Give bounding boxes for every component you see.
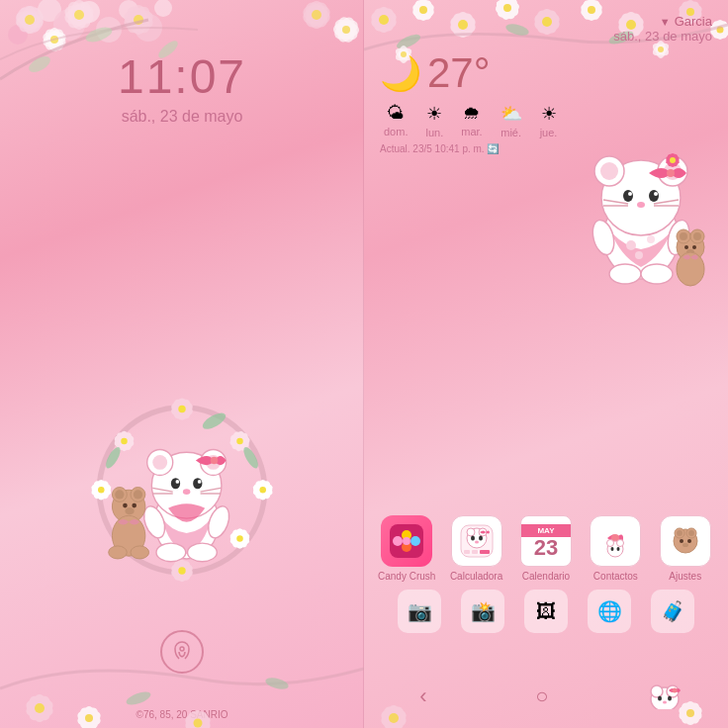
svg-point-288 — [651, 685, 663, 697]
svg-point-250 — [680, 232, 687, 240]
svg-point-42 — [334, 15, 358, 45]
svg-point-246 — [641, 264, 673, 284]
svg-point-144 — [85, 714, 93, 722]
time-text: 11:07 — [118, 49, 246, 104]
svg-rect-271 — [480, 550, 490, 554]
app-candy-crush[interactable]: Candy Crush — [377, 515, 436, 582]
svg-point-108 — [193, 478, 202, 489]
svg-point-138 — [35, 703, 45, 713]
app-candy-crush-label: Candy Crush — [378, 571, 435, 582]
svg-point-136 — [25, 692, 53, 724]
svg-point-21 — [130, 5, 147, 35]
svg-point-4 — [78, 1, 100, 23]
nav-back-button[interactable]: ‹ — [406, 679, 441, 714]
svg-point-9 — [22, 6, 38, 34]
svg-point-134 — [24, 696, 55, 720]
svg-point-30 — [42, 26, 66, 53]
app-calculadora[interactable]: Calculadora — [447, 515, 506, 582]
svg-point-66 — [178, 567, 185, 574]
forecast-lun-name: lun. — [425, 127, 443, 138]
svg-point-293 — [673, 688, 678, 693]
signal-icon: ▼ — [660, 16, 671, 28]
kitty-illustration-lock — [53, 352, 311, 609]
svg-point-41 — [312, 10, 321, 20]
svg-point-142 — [76, 704, 101, 728]
svg-rect-269 — [464, 550, 470, 554]
svg-point-124 — [115, 490, 124, 499]
nav-home-button[interactable]: ○ — [524, 679, 560, 714]
app-calculadora-label: Calculadora — [450, 571, 502, 582]
svg-point-43 — [333, 22, 360, 39]
app-gallery[interactable]: 🖼 — [524, 590, 568, 633]
svg-point-25 — [122, 7, 155, 33]
svg-point-27 — [47, 28, 61, 51]
svg-point-45 — [331, 16, 362, 44]
app-briefcase[interactable]: 🧳 — [651, 590, 694, 633]
svg-point-139 — [82, 706, 96, 728]
svg-point-20 — [74, 10, 84, 20]
svg-point-292 — [663, 701, 667, 704]
svg-point-290 — [658, 696, 662, 701]
svg-point-60 — [259, 487, 266, 494]
nav-kitty-icon[interactable] — [643, 682, 686, 711]
svg-point-267 — [479, 536, 483, 541]
weather-temp: 27° — [427, 49, 491, 97]
svg-point-47 — [342, 26, 350, 34]
svg-point-90 — [236, 535, 243, 542]
forecast-mar-icon: 🌧 — [463, 103, 481, 124]
svg-point-261 — [403, 537, 410, 545]
svg-point-236 — [654, 192, 658, 196]
app-browser[interactable]: 🌐 — [588, 590, 631, 633]
svg-point-105 — [152, 455, 167, 470]
forecast-mie-icon: ⛅ — [500, 103, 522, 125]
svg-point-72 — [98, 487, 105, 494]
app-camera1[interactable]: 📷 — [398, 590, 441, 633]
home-screen: ▼ Garcia sáb., 23 de mayo 🌙 27° 🌤 dom. ☀… — [364, 0, 728, 728]
svg-point-252 — [684, 245, 688, 249]
svg-point-44 — [335, 15, 358, 44]
app-calendario[interactable]: MAY 23 Calendario — [516, 515, 576, 582]
svg-point-268 — [475, 541, 479, 544]
svg-point-234 — [649, 190, 659, 202]
svg-point-299 — [389, 713, 399, 723]
svg-point-37 — [301, 2, 332, 28]
svg-point-24 — [123, 3, 154, 38]
svg-point-266 — [471, 536, 475, 541]
fingerprint-icon[interactable] — [160, 630, 204, 674]
svg-point-31 — [41, 30, 67, 50]
svg-point-133 — [32, 694, 47, 722]
forecast-jue: ☀ jue. — [540, 103, 558, 138]
svg-point-110 — [198, 480, 202, 484]
svg-point-283 — [688, 530, 694, 536]
svg-point-6 — [119, 0, 138, 20]
svg-point-130 — [109, 546, 128, 559]
forecast-dom-name: dom. — [384, 126, 408, 137]
svg-point-36 — [308, 1, 325, 29]
svg-point-253 — [692, 245, 696, 249]
svg-point-1 — [8, 25, 28, 45]
svg-point-140 — [75, 708, 102, 728]
svg-point-111 — [183, 489, 190, 495]
svg-point-8 — [154, 0, 172, 17]
svg-point-276 — [617, 540, 624, 547]
forecast-lun-icon: ☀ — [426, 103, 442, 125]
svg-point-141 — [76, 704, 101, 728]
app-camera2[interactable]: 📸 — [461, 590, 504, 633]
svg-rect-270 — [472, 550, 478, 554]
forecast-lun: ☀ lun. — [425, 103, 443, 138]
svg-point-13 — [14, 8, 46, 32]
right-date: sáb., 23 de mayo — [613, 29, 712, 44]
svg-point-127 — [132, 503, 136, 508]
app-contactos[interactable]: Contactos — [586, 515, 645, 582]
svg-point-46 — [331, 16, 361, 45]
svg-point-32 — [50, 36, 58, 44]
svg-point-118 — [188, 543, 218, 562]
app-ajustes[interactable]: Ajustes — [656, 515, 715, 582]
svg-point-39 — [301, 0, 331, 32]
svg-point-278 — [617, 547, 620, 551]
svg-point-5 — [96, 17, 122, 43]
svg-point-126 — [123, 503, 128, 508]
svg-point-275 — [607, 540, 614, 547]
svg-point-264 — [467, 528, 475, 536]
svg-point-151 — [125, 689, 152, 707]
